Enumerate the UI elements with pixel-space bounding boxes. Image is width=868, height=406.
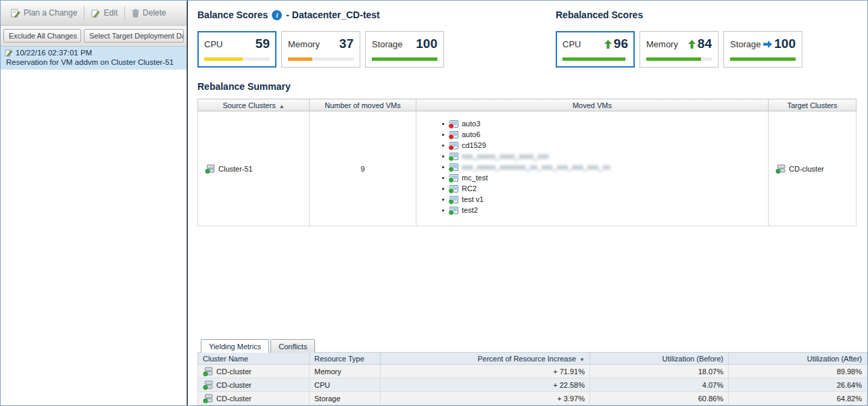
vm-powered-off-icon (450, 142, 458, 149)
scores-row: Balance Scores i - Datacenter_CD-test CP… (197, 7, 867, 68)
card-value: 59 (256, 36, 270, 51)
cluster-icon (203, 367, 213, 376)
column-header-utilization-after[interactable]: Utilization (After) (729, 353, 867, 365)
vm-name: test2 (462, 206, 478, 214)
score-bar (288, 57, 354, 61)
card-label: Storage (372, 39, 403, 49)
vm-powered-on-icon (450, 196, 458, 203)
edit-label: Edit (103, 8, 118, 18)
moved-vm-item: mc_test (442, 174, 768, 182)
column-header-resource-type[interactable]: Resource Type (310, 353, 381, 365)
rebalance-summary-title: Rebalance Summary (197, 81, 867, 92)
main-content: Balance Scores i - Datacenter_CD-test CP… (188, 1, 867, 405)
summary-row[interactable]: Cluster-51 9 auto3 auto6 cd1529 xxx_xxxx… (198, 111, 857, 226)
card-label: Memory (646, 39, 678, 49)
column-header-target-clusters[interactable]: Target Clusters (769, 99, 857, 111)
balance-card-storage[interactable]: Storage 100 (365, 31, 444, 68)
card-value: 84 (698, 36, 712, 51)
utilization-before: 4.07% (590, 378, 729, 392)
target-cluster: CD-cluster (775, 164, 856, 174)
vm-powered-on-icon (450, 153, 458, 160)
balance-card-cpu[interactable]: CPU 59 (197, 31, 276, 68)
right-arrow-icon (763, 41, 772, 48)
plan-change-icon (11, 8, 20, 18)
score-bar (204, 57, 270, 61)
card-label: Memory (288, 39, 320, 49)
edit-button[interactable]: Edit (87, 5, 122, 20)
bottom-panel: Yielding Metrics Conflicts Cluster Name … (197, 339, 867, 405)
moved-vm-item: auto6 (442, 130, 768, 138)
changes-list: 10/22/16 02:37:01 PM Reservation for VM … (1, 47, 187, 405)
metrics-row[interactable]: CD-cluster Storage + 3.97% 60.86% 64.82% (198, 392, 867, 405)
select-target-deployment-button[interactable]: Select Target Deployment Da (84, 29, 184, 43)
sort-desc-icon: ▼ (579, 357, 585, 363)
card-value: 96 (614, 36, 628, 51)
rebalanced-scores-title: Rebalanced Scores (556, 9, 643, 20)
column-header-utilization-before[interactable]: Utilization (Before) (590, 353, 729, 365)
moved-vm-item: RC2 (442, 184, 768, 193)
cluster-name: CD-cluster (216, 381, 251, 389)
moved-vm-count: 9 (310, 111, 416, 226)
target-cluster-name: CD-cluster (789, 165, 824, 173)
plan-a-change-button[interactable]: Plan a Change (6, 5, 82, 20)
card-label: CPU (204, 39, 222, 49)
column-header-moved-vm-count[interactable]: Number of moved VMs (310, 99, 416, 111)
vm-name: auto6 (462, 130, 481, 138)
rebalanced-card-memory[interactable]: Memory 84 (640, 31, 719, 68)
utilization-before: 60.86% (590, 392, 729, 405)
cluster-name: CD-cluster (216, 367, 251, 376)
score-bar (562, 57, 628, 61)
delete-label: Delete (143, 8, 166, 18)
column-header-moved-vms[interactable]: Moved VMs (416, 99, 769, 111)
plan-a-change-label: Plan a Change (24, 8, 77, 18)
column-header-cluster-name[interactable]: Cluster Name (198, 353, 310, 365)
resource-type: CPU (310, 378, 381, 392)
moved-vm-item: test2 (442, 206, 768, 214)
reservation-icon (5, 49, 13, 57)
vm-powered-on-icon (450, 207, 458, 214)
cluster-icon (203, 394, 213, 403)
change-list-item[interactable]: 10/22/16 02:37:01 PM Reservation for VM … (1, 47, 187, 70)
delete-button[interactable]: Delete (127, 5, 171, 20)
exclude-all-changes-button[interactable]: Exclude All Changes (3, 29, 81, 43)
toolbar-separator (124, 6, 125, 20)
tab-conflicts[interactable]: Conflicts (270, 339, 315, 353)
resource-type: Memory (310, 365, 381, 378)
moved-vm-item: xxx_xxxxx_xxxxxxx_xx_xxx_xxx_xxx_xxx_xx (442, 163, 768, 171)
percent-increase: + 71.91% (381, 365, 590, 378)
moved-vms-list: auto3 auto6 cd1529 xxx_xxxxx_xxxx_xxxx_x… (442, 120, 768, 214)
vm-name: cd1529 (462, 141, 486, 149)
rebalanced-card-storage[interactable]: Storage 100 (723, 31, 802, 68)
moved-vm-item: xxx_xxxxx_xxxx_xxxx_xxx (442, 152, 768, 160)
score-bar (372, 57, 437, 61)
sidebar-secondary-toolbar: Exclude All Changes Select Target Deploy… (1, 26, 187, 47)
edit-icon (91, 9, 100, 18)
sort-asc-icon: ▲ (279, 103, 285, 109)
column-header-source-clusters[interactable]: Source Clusters ▲ (198, 99, 310, 111)
toolbar-separator (84, 6, 85, 20)
column-header-percent-increase[interactable]: Percent of Resource Increase ▼ (381, 353, 590, 365)
vm-powered-on-icon (450, 163, 458, 171)
vm-name: auto3 (462, 120, 481, 128)
vm-name: RC2 (462, 184, 477, 193)
yielding-metrics-table: Cluster Name Resource Type Percent of Re… (197, 352, 867, 405)
rebalanced-card-cpu[interactable]: CPU 96 (556, 31, 635, 68)
vm-name-redacted: xxx_xxxxx_xxxx_xxxx_xxx (462, 152, 549, 160)
bottom-tabs: Yielding Metrics Conflicts (197, 339, 867, 353)
score-bar (730, 57, 796, 61)
percent-increase: + 3.97% (381, 392, 590, 405)
datacenter-label: - Datacenter_CD-test (286, 9, 379, 20)
tab-yielding-metrics[interactable]: Yielding Metrics (201, 339, 269, 353)
resource-type: Storage (310, 392, 381, 405)
metrics-row[interactable]: CD-cluster CPU + 22.58% 4.07% 26.64% (198, 378, 867, 392)
info-icon[interactable]: i (272, 10, 282, 20)
balance-card-memory[interactable]: Memory 37 (281, 31, 360, 68)
cluster-icon (203, 380, 213, 390)
vm-name-redacted: xxx_xxxxx_xxxxxxx_xx_xxx_xxx_xxx_xxx_xx (462, 163, 610, 171)
vm-powered-on-icon (450, 185, 458, 193)
rebalance-summary-table: Source Clusters ▲ Number of moved VMs Mo… (197, 99, 857, 226)
cluster-icon (205, 164, 215, 174)
card-value: 37 (339, 36, 354, 51)
sidebar: Plan a Change Edit Delete (1, 1, 188, 405)
metrics-row[interactable]: CD-cluster Memory + 71.91% 18.07% 89.98% (198, 365, 867, 378)
